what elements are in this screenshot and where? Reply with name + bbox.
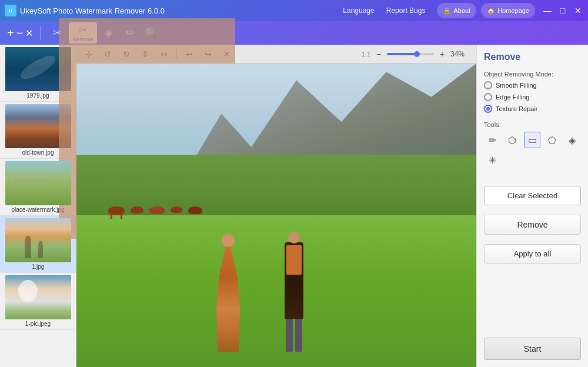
edge-filling-label: Edge Filling [496,94,529,101]
thumbnail [5,275,71,319]
tools-section: Tools: ✏ ⬡ ▭ ⬠ ◈ ✳ [484,121,581,168]
cattle-group [108,206,202,215]
image-name: 1-pic.jpeg [25,321,51,327]
zoom-slider-thumb[interactable] [414,51,420,57]
zoom-slider-fill [387,53,415,55]
image-name: 1979.jpg [26,92,49,99]
smooth-filling-option[interactable]: Smooth Filling [484,81,581,89]
lock-icon: 🔒 [443,7,451,15]
spacer [484,269,581,332]
texture-repair-radio[interactable] [484,105,492,113]
thumbnail [5,104,71,148]
tools-row: ✏ ⬡ ▭ ⬠ ◈ ✳ [484,132,581,168]
title-bar-nav: Language Report Bugs [343,6,425,15]
maximize-button[interactable]: □ [557,5,568,16]
remove-button[interactable]: Remove [484,215,581,235]
main-area: 1979.jpg old-town.jpg Watermark place-wa… [0,45,588,367]
edge-filling-radio[interactable] [484,93,492,101]
zoom-in-button[interactable]: + [436,48,448,60]
report-bugs-link[interactable]: Report Bugs [386,6,426,15]
list-item[interactable]: old-town.jpg [0,102,76,159]
tools-label: Tools: [484,121,581,128]
add-file-button[interactable]: + [7,26,14,40]
right-panel: Remove Object Removing Mode: Smooth Fill… [476,45,588,367]
edge-filling-option[interactable]: Edge Filling [484,93,581,101]
close-button[interactable]: ✕ [573,5,583,16]
apply-to-all-button[interactable]: Apply to all [484,244,581,263]
homepage-button[interactable]: 🏠 Homepage [481,3,535,18]
object-removing-mode-section: Object Removing Mode: Smooth Filling Edg… [484,71,581,113]
zoom-slider[interactable] [387,53,434,55]
image-list: 1979.jpg old-town.jpg Watermark place-wa… [0,45,76,367]
zoom-percent: 34% [450,50,472,58]
mode-radio-group: Smooth Filling Edge Filling Texture Repa… [484,81,581,113]
woman-figure [216,234,240,352]
field-layer [76,215,476,367]
thumbnail [5,218,71,262]
image-name: old-town.jpg [22,149,54,156]
object-removing-mode-label: Object Removing Mode: [484,71,581,78]
thumbnail: Watermark [5,161,71,205]
brush-tool-button[interactable]: ✏ [484,132,500,148]
home-icon: 🏠 [487,7,495,15]
language-link[interactable]: Language [343,6,374,15]
start-button[interactable]: Start [484,338,581,360]
smooth-filling-label: Smooth Filling [496,82,537,89]
app-title: UkeySoft Photo Watermark Remover 6.0.0 [20,6,343,15]
about-button[interactable]: 🔒 About [437,3,476,18]
left-panel: 1979.jpg old-town.jpg Watermark place-wa… [0,45,76,367]
panel-title: Remove [484,52,581,62]
close-file-button[interactable]: ✕ [25,28,33,39]
texture-repair-label: Texture Repair [496,105,538,112]
zoom-ratio: 1:1 [362,51,370,58]
texture-repair-option[interactable]: Texture Repair [484,105,581,113]
main-image-canvas[interactable] [76,64,476,367]
file-actions-group: + − ✕ [7,26,33,40]
app-logo: U [5,5,16,16]
smooth-filling-radio[interactable] [484,81,492,89]
magic-wand-tool-button[interactable]: ✳ [484,152,500,168]
action-buttons: Clear Selected [484,186,581,205]
fill-tool-button[interactable]: ◈ [564,132,580,148]
image-name: place-watermark.jpg [11,206,64,213]
minimize-button[interactable]: — [542,5,553,16]
remove-file-button[interactable]: − [16,26,24,40]
list-item[interactable]: 1-pic.jpeg [0,273,76,330]
center-area: ⊹ ↺ ↻ ⇕ ⇔ ↩ ↪ ✕ 1:1 − + 34% [76,45,476,367]
list-item[interactable]: 1.jpg [0,216,76,273]
rectangle-tool-button[interactable]: ▭ [524,132,540,148]
clear-selected-button[interactable]: Clear Selected [484,186,581,205]
man-figure [285,232,303,352]
window-controls: — □ ✕ [542,5,583,16]
polygon-tool-button[interactable]: ⬡ [504,132,520,148]
scene-container [76,64,476,367]
zoom-out-button[interactable]: − [373,48,385,60]
lasso-tool-button[interactable]: ⬠ [544,132,560,148]
zoom-controls: 1:1 − + 34% [362,48,472,60]
image-name: 1.jpg [32,263,45,270]
